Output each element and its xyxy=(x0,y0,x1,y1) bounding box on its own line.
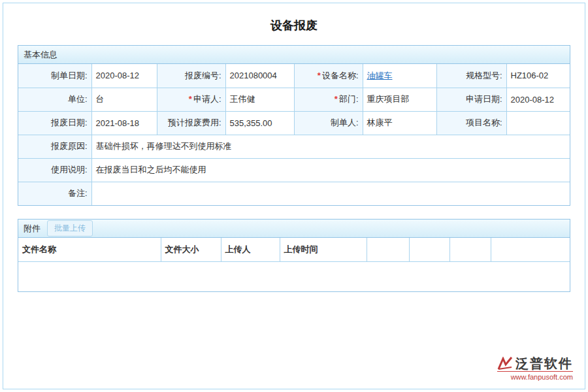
required-asterisk: * xyxy=(318,71,321,80)
attachments-section-header: 附件 批量上传 xyxy=(18,220,570,238)
attachments-empty-row xyxy=(18,261,570,291)
required-asterisk: * xyxy=(335,94,338,104)
column-header-empty xyxy=(409,238,449,261)
column-header-upload-time: 上传时间 xyxy=(280,238,367,261)
field-value-unit: 台 xyxy=(91,88,157,111)
field-value-device-name: 油罐车 xyxy=(363,64,436,88)
field-label-device-name: *设备名称: xyxy=(294,64,363,88)
field-value-project-name xyxy=(506,111,570,135)
basic-info-section-header: 基本信息 xyxy=(18,46,570,64)
field-value-apply-date: 2020-08-12 xyxy=(506,88,570,111)
attachments-section: 附件 批量上传 文件名称 文件大小 上传人 上传时间 xyxy=(18,219,570,292)
field-label-apply-date: 申请日期: xyxy=(436,88,506,111)
basic-info-section-title: 基本信息 xyxy=(24,49,57,61)
field-label-project-name: 项目名称: xyxy=(436,111,506,135)
field-label-make-date: 制单日期: xyxy=(18,64,91,88)
field-label-remark: 备注: xyxy=(18,182,91,205)
brand-url: www.fanpusoft.com xyxy=(497,373,573,381)
field-value-maker: 林康平 xyxy=(363,111,436,135)
field-label-applicant: *申请人: xyxy=(157,88,225,111)
batch-upload-button[interactable]: 批量上传 xyxy=(47,220,93,237)
column-header-empty xyxy=(367,238,409,261)
column-header-file-name: 文件名称 xyxy=(18,238,161,261)
basic-info-table: 制单日期: 2020-08-12 报废编号: 2021080004 *设备名称:… xyxy=(18,64,570,205)
page-title: 设备报废 xyxy=(3,18,585,33)
field-label-spec-model: 规格型号: xyxy=(436,64,506,88)
required-asterisk: * xyxy=(189,94,192,104)
field-label-scrap-no: 报废编号: xyxy=(157,64,225,88)
field-value-usage-note: 在报废当日和之后均不能使用 xyxy=(91,158,570,182)
table-row: 备注: xyxy=(18,182,570,205)
brand-logo: 泛普软件 www.fanpusoft.com xyxy=(497,357,573,381)
field-label-estimated-cost: 预计报废费用: xyxy=(157,111,225,135)
field-label-usage-note: 使用说明: xyxy=(18,158,91,182)
table-row: 单位: 台 *申请人: 王伟健 *部门: 重庆项目部 申请日期: 2020-08… xyxy=(18,88,570,111)
field-label-department: *部门: xyxy=(294,88,363,111)
field-value-estimated-cost: 535,355.00 xyxy=(225,111,294,135)
field-label-unit: 单位: xyxy=(18,88,91,111)
table-row: 报废日期: 2021-08-18 预计报废费用: 535,355.00 制单人:… xyxy=(18,111,570,135)
field-value-applicant: 王伟健 xyxy=(225,88,294,111)
column-header-file-size: 文件大小 xyxy=(161,238,221,261)
column-header-empty xyxy=(449,238,491,261)
attachments-empty-body xyxy=(18,261,570,291)
fanpu-logo-icon xyxy=(497,357,513,370)
attachments-section-title: 附件 xyxy=(24,223,41,235)
field-value-scrap-date: 2021-08-18 xyxy=(91,111,157,135)
attachments-table: 文件名称 文件大小 上传人 上传时间 xyxy=(18,238,570,291)
table-row: 报废原因: 基础件损坏，再修理达不到使用标准 xyxy=(18,135,570,158)
field-value-department: 重庆项目部 xyxy=(363,88,436,111)
field-label-maker: 制单人: xyxy=(294,111,363,135)
table-row: 使用说明: 在报废当日和之后均不能使用 xyxy=(18,158,570,182)
field-value-make-date: 2020-08-12 xyxy=(91,64,157,88)
field-value-scrap-no: 2021080004 xyxy=(225,64,294,88)
brand-name: 泛普软件 xyxy=(515,357,573,370)
field-value-remark xyxy=(91,182,570,205)
field-label-scrap-date: 报废日期: xyxy=(18,111,91,135)
brand-row: 泛普软件 xyxy=(497,357,573,372)
column-header-uploader: 上传人 xyxy=(221,238,280,261)
field-value-spec-model: HZ106-02 xyxy=(506,64,570,88)
table-row: 制单日期: 2020-08-12 报废编号: 2021080004 *设备名称:… xyxy=(18,64,570,88)
page-frame: 设备报废 基本信息 制单日期: 2020-08-12 报废编号: 2021080… xyxy=(3,3,585,389)
field-value-scrap-reason: 基础件损坏，再修理达不到使用标准 xyxy=(91,135,570,158)
attachments-header-row: 文件名称 文件大小 上传人 上传时间 xyxy=(18,238,570,261)
column-header-empty xyxy=(491,238,570,261)
device-name-link[interactable]: 油罐车 xyxy=(367,71,393,80)
basic-info-section: 基本信息 制单日期: 2020-08-12 报废编号: 2021080004 *… xyxy=(18,45,570,206)
field-label-scrap-reason: 报废原因: xyxy=(18,135,91,158)
